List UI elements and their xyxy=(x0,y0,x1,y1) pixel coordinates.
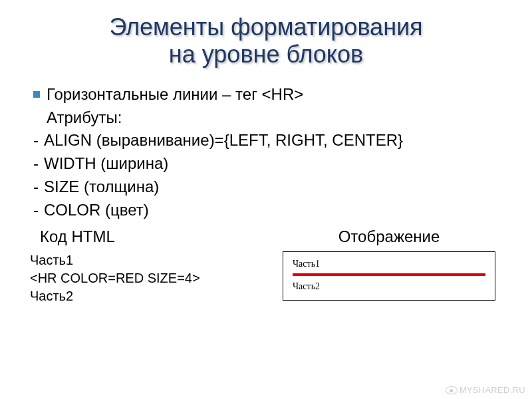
render-hr xyxy=(293,273,485,276)
watermark-text: MYSHARED.RU xyxy=(460,385,525,395)
render-line-2: Часть2 xyxy=(293,281,485,292)
code-line-2: <HR COLOR=RED SIZE=4> xyxy=(30,269,266,287)
example-columns: Код HTML Часть1 <HR COLOR=RED SIZE=4> Ча… xyxy=(20,227,512,305)
list-item: - COLOR (цвет) xyxy=(33,199,512,222)
watermark: MYSHARED.RU xyxy=(446,385,525,395)
code-heading: Код HTML xyxy=(40,227,266,246)
bullet-main-text: Горизонтальные линии – тег <HR> xyxy=(47,83,303,106)
code-line-1: Часть1 xyxy=(30,251,266,269)
square-bullet-icon xyxy=(33,91,40,98)
attr-width: WIDTH (ширина) xyxy=(44,152,168,176)
list-item: - WIDTH (ширина) xyxy=(33,152,512,176)
content-list: Горизонтальные линии – тег <HR> Атрибуты… xyxy=(33,83,512,222)
slide-title: Элементы форматирования на уровне блоков xyxy=(20,13,512,68)
title-line-1: Элементы форматирования xyxy=(109,13,422,41)
render-line-1: Часть1 xyxy=(293,259,485,269)
dash-icon: - xyxy=(33,152,40,176)
slide: Элементы форматирования на уровне блоков… xyxy=(0,0,532,399)
code-block: Часть1 <HR COLOR=RED SIZE=4> Часть2 xyxy=(30,251,266,305)
dash-icon: - xyxy=(33,176,40,199)
attr-size: SIZE (толщина) xyxy=(44,176,159,199)
code-line-3: Часть2 xyxy=(30,287,266,305)
list-item: - ALIGN (выравнивание)={LEFT, RIGHT, CEN… xyxy=(33,129,512,152)
code-column: Код HTML Часть1 <HR COLOR=RED SIZE=4> Ча… xyxy=(20,227,266,305)
attrs-label: Атрибуты: xyxy=(47,106,122,130)
list-item: - SIZE (толщина) xyxy=(33,176,512,199)
attr-align: ALIGN (выравнивание)={LEFT, RIGHT, CENTE… xyxy=(44,129,403,152)
render-column: Отображение Часть1 Часть2 xyxy=(266,227,512,305)
eye-icon xyxy=(446,386,458,394)
attrs-label-row: Атрибуты: xyxy=(47,106,512,130)
dash-icon: - xyxy=(33,199,40,222)
bullet-main: Горизонтальные линии – тег <HR> xyxy=(33,83,512,106)
render-preview-box: Часть1 Часть2 xyxy=(283,251,495,301)
title-line-2: на уровне блоков xyxy=(169,41,363,68)
dash-icon: - xyxy=(33,129,40,152)
render-heading: Отображение xyxy=(266,227,512,246)
attr-color: COLOR (цвет) xyxy=(44,199,149,222)
